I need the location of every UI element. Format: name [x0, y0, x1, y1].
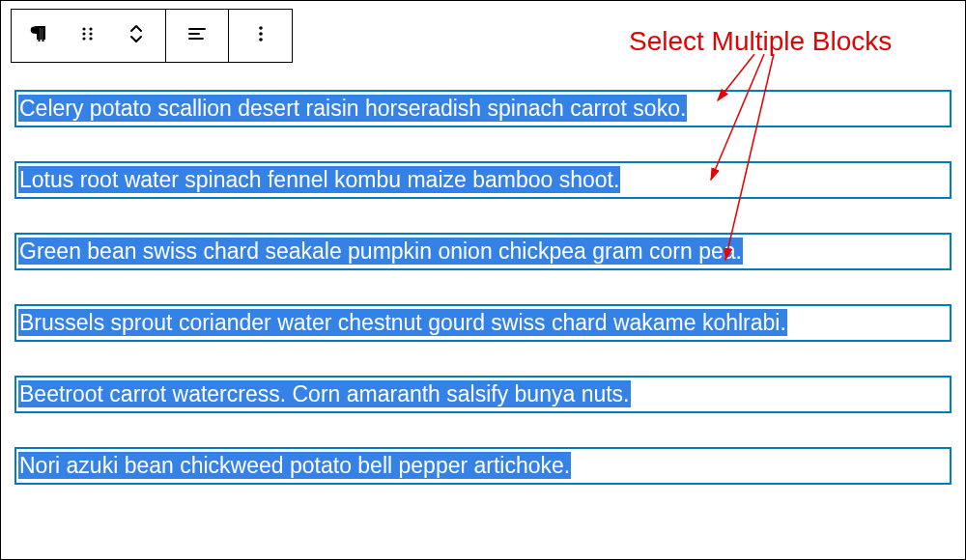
block-toolbar [11, 9, 293, 63]
block-text: Beetroot carrot watercress. Corn amarant… [18, 380, 631, 407]
svg-point-11 [259, 38, 263, 42]
svg-point-1 [82, 32, 85, 35]
svg-point-9 [259, 26, 263, 30]
svg-point-3 [89, 27, 92, 30]
svg-point-5 [89, 37, 92, 40]
svg-point-0 [82, 27, 85, 30]
block-text: Nori azuki bean chickweed potato bell pe… [18, 452, 571, 479]
block-text: Lotus root water spinach fennel kombu ma… [18, 166, 620, 193]
paragraph-block[interactable]: Beetroot carrot watercress. Corn amarant… [14, 376, 952, 413]
paragraph-block[interactable]: Celery potato scallion desert raisin hor… [14, 90, 952, 127]
drag-handle-icon [76, 22, 99, 49]
align-left-icon [185, 22, 209, 49]
more-options-icon [249, 22, 272, 49]
block-list: Celery potato scallion desert raisin hor… [11, 90, 955, 485]
paragraph-block[interactable]: Brussels sprout coriander water chestnut… [14, 304, 952, 342]
svg-point-4 [89, 32, 92, 35]
paragraph-block[interactable]: Lotus root water spinach fennel kombu ma… [14, 161, 952, 199]
block-text: Brussels sprout coriander water chestnut… [18, 309, 787, 336]
drag-handle-button[interactable] [64, 10, 112, 62]
toolbar-group-more [229, 10, 292, 62]
editor-canvas: Celery potato scallion desert raisin hor… [0, 0, 966, 560]
svg-point-10 [259, 32, 263, 36]
more-options-button[interactable] [235, 10, 287, 62]
toolbar-group-block [12, 10, 166, 62]
paragraph-block[interactable]: Green bean swiss chard seakale pumpkin o… [14, 233, 952, 270]
paragraph-block[interactable]: Nori azuki bean chickweed potato bell pe… [14, 447, 952, 485]
block-type-button[interactable] [15, 10, 64, 62]
move-up-down-button[interactable] [112, 10, 160, 62]
block-text: Celery potato scallion desert raisin hor… [18, 95, 687, 122]
paragraph-icon [28, 22, 51, 49]
toolbar-group-align [166, 10, 229, 62]
annotation-label: Select Multiple Blocks [629, 26, 892, 57]
block-text: Green bean swiss chard seakale pumpkin o… [18, 238, 743, 265]
move-up-down-icon [125, 22, 148, 49]
svg-point-2 [82, 37, 85, 40]
align-button[interactable] [171, 10, 223, 62]
